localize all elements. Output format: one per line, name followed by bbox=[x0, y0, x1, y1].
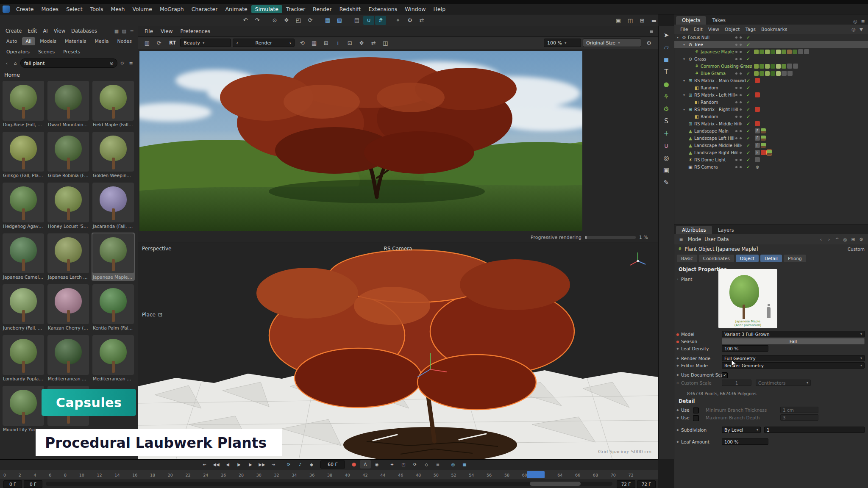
asset-item[interactable]: Hedgehog Agave (Fall... bbox=[2, 182, 45, 230]
current-frame-field[interactable]: 60 F bbox=[320, 460, 345, 469]
landscape-tag-icon[interactable] bbox=[761, 128, 766, 133]
redo-icon[interactable]: ↷ bbox=[252, 16, 263, 25]
object-name[interactable]: Random bbox=[701, 84, 718, 92]
enabled-check-icon[interactable] bbox=[746, 55, 750, 63]
quantize-icon[interactable]: # bbox=[375, 16, 386, 25]
object-row[interactable]: ⚘ Blue Grama bbox=[674, 70, 868, 77]
snap-icon[interactable]: ∪ bbox=[363, 16, 374, 25]
render-mode-dropdown[interactable]: Full Geometry▾ bbox=[722, 355, 865, 361]
menu-item[interactable]: Character bbox=[188, 5, 222, 13]
pen-icon[interactable]: ✎ bbox=[660, 176, 673, 189]
subdivision-field[interactable]: 1 bbox=[764, 427, 865, 433]
asset-item[interactable]: Japanese Maple (Fall, ... bbox=[92, 233, 135, 281]
redshift-tag-icon[interactable] bbox=[761, 150, 766, 155]
axis-icon[interactable]: ⌖ bbox=[392, 16, 403, 25]
range-handle[interactable] bbox=[530, 482, 581, 486]
keyframe-dot[interactable]: ◆ bbox=[674, 364, 681, 367]
object-row[interactable]: ▲ Landscape Middle Hill F bbox=[674, 142, 868, 149]
expand-arrow-icon[interactable]: ▾ bbox=[683, 92, 687, 99]
panel-tab[interactable]: Layers bbox=[712, 226, 740, 234]
object-row[interactable]: ▣ RS Camera ⊕ bbox=[674, 164, 868, 171]
viewport-view-menu[interactable]: Perspective bbox=[142, 246, 172, 252]
parameter-tab[interactable]: Detail bbox=[760, 255, 782, 262]
enabled-check-icon[interactable] bbox=[746, 63, 750, 70]
panel-menu-icon[interactable]: ≡ bbox=[678, 236, 684, 243]
enabled-check-icon[interactable] bbox=[746, 113, 750, 120]
loop-icon[interactable]: ⟳ bbox=[283, 460, 294, 469]
category-tab[interactable]: Operators bbox=[3, 48, 33, 56]
filter-tab[interactable]: Auto bbox=[3, 37, 21, 45]
object-row[interactable]: ☀ RS Dome Light bbox=[674, 156, 868, 164]
asset-item[interactable]: Japanese Camellia (Fal... bbox=[2, 233, 45, 281]
menu-item[interactable]: Tools bbox=[86, 5, 107, 13]
range-max-field[interactable]: 72 F bbox=[637, 480, 656, 488]
material-swatch[interactable] bbox=[782, 64, 786, 69]
rotate-tool-icon[interactable]: ⟳ bbox=[305, 16, 316, 25]
visibility-dots[interactable] bbox=[735, 80, 737, 82]
object-name[interactable]: Focus Null bbox=[688, 34, 709, 41]
asset-item[interactable]: Jacaranda (Fall, Plant) bbox=[92, 182, 135, 230]
keyframe-dot[interactable]: ◆ bbox=[674, 428, 681, 432]
filter-tab[interactable]: All bbox=[22, 37, 36, 45]
refresh-icon[interactable]: ⟳ bbox=[119, 60, 126, 67]
season-cycle-button[interactable]: Fall bbox=[722, 338, 865, 344]
object-row[interactable]: ▲ Landscape Right Hill F bbox=[674, 149, 868, 156]
enabled-check-icon[interactable] bbox=[746, 149, 750, 156]
position-key-icon[interactable]: + bbox=[387, 460, 398, 469]
enabled-check-icon[interactable] bbox=[746, 135, 750, 142]
parameter-tab[interactable]: Phong bbox=[784, 255, 806, 262]
generic-tag-icon[interactable] bbox=[793, 64, 798, 69]
range-end-field[interactable]: 72 F bbox=[617, 480, 635, 488]
toolbar-icon[interactable] bbox=[346, 16, 351, 25]
object-name[interactable]: RS Dome Light bbox=[694, 156, 726, 164]
pla-key-icon[interactable]: ≡ bbox=[432, 460, 443, 469]
om-menu-item[interactable]: Edit bbox=[691, 26, 705, 33]
plane-icon[interactable]: ▱ bbox=[660, 41, 673, 53]
panel-tab[interactable]: Takes bbox=[706, 16, 732, 25]
object-name[interactable]: RS Matrix - Left Hill bbox=[694, 92, 735, 99]
user-data-button[interactable]: User Data bbox=[704, 236, 729, 242]
redshift-tag-icon[interactable] bbox=[755, 107, 760, 112]
panel-menu-icon[interactable]: ≡ bbox=[128, 28, 135, 34]
expand-arrow-icon[interactable]: ▾ bbox=[677, 34, 681, 41]
menu-item[interactable]: Select bbox=[62, 5, 86, 13]
keyframe-dot[interactable]: ● bbox=[674, 333, 681, 336]
material-swatch[interactable] bbox=[765, 50, 770, 54]
asset-item[interactable]: Ginkgo (Fall, Plant) bbox=[2, 131, 45, 179]
object-name[interactable]: Random bbox=[701, 99, 718, 106]
asset-item[interactable]: Mediterranean Cypres... bbox=[47, 334, 90, 383]
leaf-density-field[interactable]: 100 % bbox=[722, 345, 768, 352]
visibility-dots[interactable] bbox=[735, 58, 737, 60]
expand-arrow-icon[interactable]: ▾ bbox=[683, 77, 687, 84]
visibility-dots[interactable] bbox=[735, 116, 737, 118]
object-row[interactable]: ▲ Landscape Main F bbox=[674, 128, 868, 135]
asset-item[interactable]: Field Maple (Fall, Plant) bbox=[92, 80, 135, 128]
visibility-dots[interactable] bbox=[735, 108, 737, 111]
toolbar-icon[interactable] bbox=[264, 16, 268, 25]
asset-menu-item[interactable]: Databases bbox=[68, 28, 100, 34]
object-name[interactable]: Landscape Middle Hill bbox=[694, 142, 740, 149]
expand-arrow-icon[interactable]: ▾ bbox=[683, 55, 687, 63]
filter-tab[interactable]: Models bbox=[36, 37, 60, 45]
section-header[interactable]: Home bbox=[0, 69, 138, 80]
visibility-dots[interactable] bbox=[735, 44, 737, 46]
filter-icon[interactable]: ▼ bbox=[858, 26, 865, 33]
enabled-check-icon[interactable] bbox=[746, 77, 750, 84]
generic-tag-icon[interactable] bbox=[804, 49, 809, 54]
solo-icon[interactable]: ◎ bbox=[448, 460, 459, 469]
redshift-tag-icon[interactable] bbox=[755, 92, 760, 97]
param-key-icon[interactable]: ◇ bbox=[421, 460, 432, 469]
object-name[interactable]: Landscape Left Hill bbox=[694, 135, 734, 142]
asset-item[interactable]: Honey Locust 'Sunbur... bbox=[47, 182, 90, 230]
keyframe-dot[interactable]: ◆ bbox=[674, 416, 681, 419]
enabled-check-icon[interactable] bbox=[746, 34, 750, 41]
visibility-dots[interactable] bbox=[735, 101, 737, 103]
keyframe-dot[interactable]: ◆ bbox=[674, 357, 681, 360]
size-dropdown[interactable]: Original Size ▾ bbox=[583, 39, 641, 47]
material-swatch[interactable] bbox=[754, 71, 759, 76]
menu-item[interactable]: Mesh bbox=[107, 5, 128, 13]
material-swatch[interactable] bbox=[776, 50, 781, 54]
material-swatch[interactable] bbox=[771, 50, 775, 54]
landscape-tag-icon[interactable] bbox=[761, 136, 766, 141]
visibility-dots[interactable] bbox=[735, 72, 737, 75]
